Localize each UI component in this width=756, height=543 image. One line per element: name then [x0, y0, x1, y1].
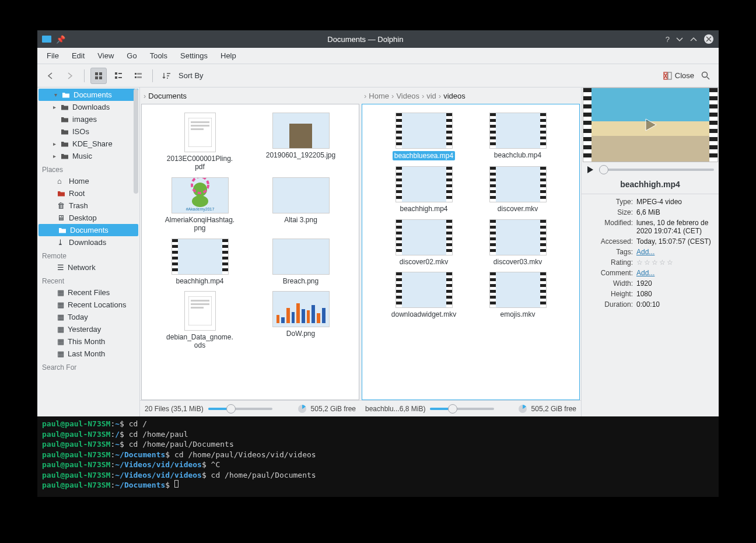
sidebar-item-isos[interactable]: ISOs — [37, 125, 139, 138]
close-icon[interactable] — [704, 34, 714, 44]
media-controls[interactable] — [582, 162, 719, 177]
meta-row: Comment:Add... — [582, 268, 715, 278]
menu-help[interactable]: Help — [215, 49, 242, 62]
file-item[interactable]: discover03.mkv — [474, 219, 562, 266]
disk-pie-left — [298, 405, 306, 413]
maximize-icon[interactable] — [690, 35, 698, 43]
sidebar-item-documents[interactable]: ▾Documents — [38, 89, 138, 101]
remote-network[interactable]: ☰Network — [37, 261, 139, 274]
file-item[interactable]: emojis.mkv — [474, 272, 562, 318]
content: ▾Documents▸DownloadsimagesISOs▸KDE_Share… — [37, 87, 719, 416]
pathbar: › Documents › Home› Videos› vid› videos — [140, 87, 581, 104]
svg-rect-12 — [135, 76, 136, 78]
file-item[interactable]: beachclub.mp4 — [474, 113, 562, 160]
view-compact-button[interactable] — [110, 68, 127, 84]
status-right-count: beachblu...6,8 MiB) — [365, 405, 425, 413]
file-item[interactable]: beachhigh.mp4 — [380, 166, 468, 213]
svg-rect-5 — [99, 76, 102, 79]
recent-this-month[interactable]: ▦This Month — [37, 335, 139, 348]
file-item[interactable]: #Akademy2017AlmeriaKonqiHashtag.png — [152, 177, 247, 233]
help-icon[interactable]: ? — [666, 35, 670, 44]
titlebar: 📌 Documents — Dolphin ? — [37, 30, 719, 48]
zoom-slider-right[interactable] — [430, 405, 494, 413]
sidebar-item-music[interactable]: ▸Music — [37, 150, 139, 162]
meta-row: Size:6,6 MiB — [582, 207, 715, 218]
left-pane[interactable]: 2013EC000001Pling.pdf20190601_192205.jpg… — [141, 104, 359, 400]
place-home[interactable]: ⌂Home — [37, 175, 139, 187]
svg-rect-26 — [191, 300, 209, 302]
meta-row: Accessed:Today, 15:07:57 (CEST) — [582, 236, 715, 247]
minimize-icon[interactable] — [676, 35, 684, 43]
rating-stars[interactable]: ☆☆☆☆☆ — [636, 258, 674, 267]
sort-by-button[interactable]: Sort By — [178, 71, 204, 80]
preview-title: beachhigh.mp4 — [582, 177, 719, 194]
file-item[interactable]: beachbluesea.mp4 — [380, 113, 468, 160]
breadcrumb-seg[interactable]: Documents — [148, 92, 187, 100]
sidebar-section-remote: Remote — [37, 248, 139, 261]
menu-go[interactable]: Go — [121, 49, 142, 62]
view-details-button[interactable] — [130, 68, 146, 84]
breadcrumb-seg[interactable]: vid — [426, 92, 436, 100]
breadcrumb-right[interactable]: › Home› Videos› vid› videos — [360, 87, 581, 104]
place-downloads[interactable]: ⤓Downloads — [37, 236, 139, 248]
sidebar-scrollbar[interactable] — [134, 89, 138, 415]
file-item[interactable]: discover.mkv — [474, 166, 562, 213]
sidebar-item-downloads[interactable]: ▸Downloads — [37, 101, 139, 113]
svg-point-22 — [192, 195, 208, 207]
recent-recent-files[interactable]: ▦Recent Files — [37, 286, 139, 299]
sidebar-item-kde_share[interactable]: ▸KDE_Share — [37, 138, 139, 150]
position-slider[interactable] — [599, 166, 714, 174]
place-documents[interactable]: Documents — [38, 224, 138, 236]
view-icons-button[interactable] — [90, 68, 107, 84]
file-item[interactable]: 2013EC000001Pling.pdf — [152, 113, 247, 171]
svg-rect-4 — [95, 76, 98, 79]
forward-button[interactable] — [62, 68, 78, 84]
close-split-button[interactable]: Close — [663, 71, 694, 80]
file-item[interactable]: 20190601_192205.jpg — [253, 113, 348, 171]
search-button[interactable] — [698, 68, 714, 84]
place-trash[interactable]: 🗑Trash — [37, 199, 139, 212]
menu-settings[interactable]: Settings — [174, 49, 214, 62]
right-pane[interactable]: beachbluesea.mp4beachclub.mp4beachhigh.m… — [362, 104, 580, 400]
pin-icon[interactable]: 📌 — [56, 35, 65, 44]
file-item[interactable]: debian_Data_gnome.ods — [152, 291, 247, 350]
play-icon[interactable] — [586, 166, 594, 174]
sidebar-item-images[interactable]: images — [37, 113, 139, 125]
meta-row: Type:MPEG-4 video — [582, 197, 715, 207]
file-item[interactable]: downloadwidget.mkv — [380, 272, 468, 318]
svg-text:#Akademy2017: #Akademy2017 — [186, 207, 214, 212]
breadcrumb-seg[interactable]: videos — [443, 92, 466, 100]
sidebar-section-recent: Recent — [37, 274, 139, 286]
svg-rect-7 — [118, 73, 122, 74]
place-root[interactable]: Root — [37, 187, 139, 199]
svg-rect-15 — [668, 72, 671, 79]
breadcrumb-seg[interactable]: Videos — [396, 92, 419, 100]
breadcrumb-seg[interactable]: Home — [369, 92, 389, 100]
file-item[interactable]: discover02.mkv — [380, 219, 468, 266]
recent-yesterday[interactable]: ▦Yesterday — [37, 323, 139, 335]
svg-rect-8 — [115, 76, 117, 79]
file-item[interactable]: beachhigh.mp4 — [152, 239, 247, 285]
recent-last-month[interactable]: ▦Last Month — [37, 348, 139, 360]
preview-thumbnail[interactable] — [583, 87, 718, 162]
menu-view[interactable]: View — [92, 49, 120, 62]
terminal-panel[interactable]: paul@paul-N73SM:~$ cd /paul@paul-N73SM:/… — [37, 416, 719, 497]
file-item[interactable]: DoW.png — [253, 291, 348, 350]
recent-today[interactable]: ▦Today — [37, 311, 139, 323]
file-item[interactable]: Altai 3.png — [253, 177, 348, 233]
sort-icon[interactable] — [159, 68, 175, 84]
menu-file[interactable]: File — [41, 49, 65, 62]
recent-recent-locations[interactable]: ▦Recent Locations — [37, 299, 139, 311]
svg-point-16 — [702, 72, 708, 77]
svg-rect-20 — [191, 128, 204, 130]
meta-row: Tags:Add... — [582, 247, 715, 257]
menu-edit[interactable]: Edit — [66, 49, 90, 62]
zoom-slider-left[interactable] — [208, 405, 272, 413]
place-desktop[interactable]: 🖥Desktop — [37, 212, 139, 224]
back-button[interactable] — [42, 68, 58, 84]
information-panel: beachhigh.mp4 Type:MPEG-4 videoSize:6,6 … — [581, 87, 719, 416]
svg-rect-19 — [191, 125, 209, 127]
file-item[interactable]: Breach.png — [253, 239, 348, 285]
menu-tools[interactable]: Tools — [144, 49, 173, 62]
breadcrumb-left[interactable]: › Documents — [140, 87, 360, 104]
